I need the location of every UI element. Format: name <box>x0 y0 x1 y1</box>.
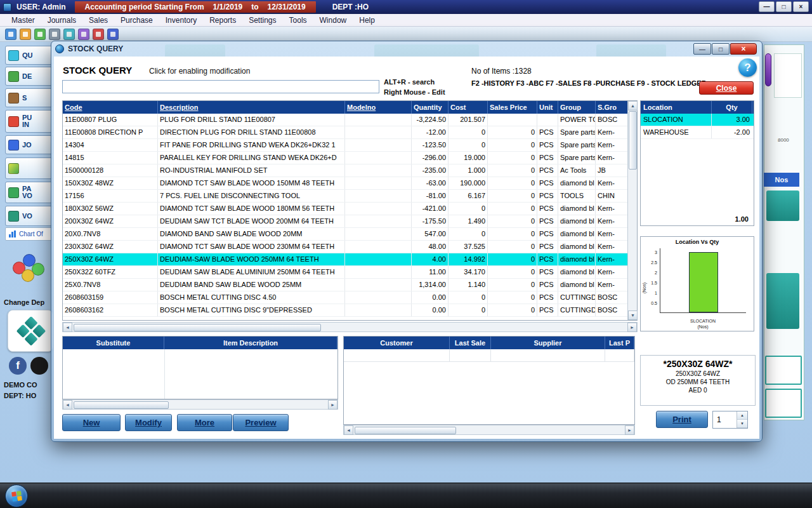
enable-modification-link[interactable]: Click for enabling modification <box>149 67 250 76</box>
background-box <box>774 53 802 98</box>
table-row[interactable]: 180X30Z 56WZ DIAMOND TCT SAW BLADE WOOD … <box>63 203 637 215</box>
sidebar-item-payment-voucher[interactable]: PA VO <box>5 182 53 203</box>
menu-item[interactable]: Window <box>313 15 353 26</box>
scroll-up-arrow[interactable]: ▲ <box>628 101 638 110</box>
table-row[interactable]: 17156 7 PCS. FUEL LINE DISCONNECTING TOO… <box>63 190 637 203</box>
scroll-thumb[interactable] <box>74 401 169 409</box>
stepper-up-arrow[interactable]: ▲ <box>737 411 747 420</box>
item-code-title: *250X30Z 64WZ* <box>641 359 755 369</box>
scroll-thumb[interactable] <box>629 111 637 170</box>
menu-item[interactable]: Master <box>5 15 41 26</box>
menu-item[interactable]: Tools <box>283 15 313 26</box>
table-row[interactable]: 250X30Z 64WZ DEUDIAM-SAW BLADE WOOD 250M… <box>63 253 637 266</box>
scroll-thumb[interactable] <box>74 324 321 331</box>
toolbar-open-icon[interactable] <box>34 29 46 40</box>
app-titlebar[interactable]: USER: Admin Accounting period Starting F… <box>0 0 812 14</box>
vertical-scrollbar[interactable]: ▲ ▼ <box>627 101 637 320</box>
scroll-thumb[interactable] <box>355 427 456 434</box>
customer-scrollbar[interactable]: ◄ ► <box>343 425 635 435</box>
preview-button[interactable]: Preview <box>233 414 289 431</box>
sidebar-item-chart-of-accounts[interactable]: Chart Of <box>5 227 53 241</box>
menu-item[interactable]: Sales <box>82 15 114 26</box>
scroll-left-arrow[interactable]: ◄ <box>63 323 72 332</box>
toolbar-new-icon[interactable] <box>20 29 31 40</box>
toolbar-calc-icon[interactable] <box>78 29 89 40</box>
app-tile-icon[interactable] <box>8 310 53 352</box>
menu-item[interactable]: Purchase <box>114 15 159 26</box>
search-input[interactable] <box>62 80 379 93</box>
toolbar-report-icon[interactable] <box>93 29 104 40</box>
sidebar-item-journal[interactable]: JO <box>5 135 53 154</box>
stock-table-header[interactable]: Code Description Modelno Quantity Cost S… <box>63 101 637 114</box>
location-chart-plot <box>660 248 746 313</box>
table-row[interactable]: 2608603159 BOSCH METAL CUTTING DISC 4.50… <box>63 291 637 304</box>
menu-item[interactable]: Reports <box>203 15 242 26</box>
table-row[interactable]: 200X30Z 64WZ DEUDIAM SAW TCT BLADE WOOD … <box>63 215 637 228</box>
app-minimize-button[interactable]: ― <box>759 1 775 12</box>
selected-item-info: *250X30Z 64WZ* 250X30Z 64WZ OD 250MM 64 … <box>640 355 756 406</box>
dialog-minimize-button[interactable]: ― <box>693 43 711 55</box>
sidebar-item-delivery[interactable]: DE <box>5 67 53 86</box>
toolbar-print-icon[interactable] <box>49 29 60 40</box>
table-row[interactable]: 11E00808 DIRECTION P DIRECTION PLUG FOR … <box>63 126 637 139</box>
close-button[interactable]: Close <box>699 81 754 95</box>
toolbar-grid-icon[interactable] <box>5 29 16 40</box>
start-button[interactable] <box>5 485 28 507</box>
copies-stepper[interactable]: 1 ▲ ▼ <box>712 411 748 429</box>
menu-item[interactable]: Inventory <box>159 15 203 26</box>
customer-empty-row[interactable] <box>344 349 634 362</box>
menu-item[interactable]: Journals <box>41 15 82 26</box>
dialog-titlebar[interactable]: STOCK QUERY ― □ × <box>51 41 762 57</box>
table-row[interactable]: 14304 FIT PANE FOR DRILLING STAND WEKA D… <box>63 139 637 152</box>
table-row[interactable]: 25X0.7NV8 DEUDIAM BAND SAW BLADE WOOD 25… <box>63 279 637 291</box>
help-icon[interactable]: ? <box>738 58 757 77</box>
menu-item[interactable]: Help <box>353 15 381 26</box>
toolbar-mail-icon[interactable] <box>63 29 75 40</box>
company-dept-label: DEPT: HO <box>4 392 36 399</box>
facebook-icon[interactable]: f <box>9 357 27 375</box>
change-department-icon[interactable] <box>10 253 48 288</box>
copies-value[interactable]: 1 <box>713 411 737 428</box>
table-row[interactable]: 1500000128 RO-INDUSTRIAL MANIFOLD SET -2… <box>63 164 637 177</box>
new-button[interactable]: New <box>62 414 121 431</box>
horizontal-scrollbar[interactable]: ◄ ► <box>62 322 638 332</box>
scroll-left-arrow[interactable]: ◄ <box>344 425 353 435</box>
toolbar-settings-icon[interactable] <box>107 29 119 40</box>
period-label: Accounting period Starting From <box>85 3 204 11</box>
sidebar-item-service[interactable]: S <box>5 88 53 107</box>
location-row[interactable]: WAREHOUSE -2.00 <box>641 126 754 139</box>
scroll-down-arrow[interactable]: ▼ <box>628 311 638 320</box>
table-row[interactable]: 14815 PARALLEL KEY FOR DRILLING STAND WE… <box>63 152 637 164</box>
print-button[interactable]: Print <box>656 411 708 428</box>
dialog-close-button[interactable]: × <box>730 43 757 55</box>
app-close-button[interactable]: × <box>793 1 809 12</box>
social-icon[interactable] <box>30 357 48 375</box>
location-row[interactable]: SLOCATION 3.00 <box>641 114 754 126</box>
table-row[interactable]: 11E00807 PLUG PLUG FOR DRILL STAND 11E00… <box>63 114 637 126</box>
dialog-maximize-button[interactable]: □ <box>712 43 730 55</box>
scroll-right-arrow[interactable]: ► <box>625 425 634 435</box>
sidebar-item-edit[interactable] <box>5 157 53 179</box>
app-maximize-button[interactable]: □ <box>776 1 792 12</box>
stock-table: Code Description Modelno Quantity Cost S… <box>62 100 638 321</box>
table-row[interactable]: 2608603162 BOSCH METAL CUTTING DISC 9"DE… <box>63 304 637 317</box>
sidebar-item-query[interactable]: QU <box>5 46 53 65</box>
modify-button[interactable]: Modify <box>125 414 172 431</box>
table-row[interactable]: 20X0.7NV8 DIAMOND BAND SAW BLADE WOOD 20… <box>63 228 637 241</box>
more-button[interactable]: More <box>177 414 232 431</box>
menu-item[interactable]: Settings <box>242 15 282 26</box>
sidebar-item-purchase-invoice[interactable]: PU IN <box>5 110 53 133</box>
items-count: No of Items :1328 <box>471 67 532 76</box>
table-row[interactable]: 250X32Z 60TFZ DEUDIAM SAW BLADE ALUMINIU… <box>63 266 637 279</box>
item-price: AED 0 <box>641 387 755 394</box>
pen-icon <box>8 140 19 150</box>
scroll-left-arrow[interactable]: ◄ <box>63 400 72 410</box>
substitute-scrollbar[interactable]: ◄ ► <box>62 399 338 410</box>
table-row[interactable]: 150X30Z 48WZ DIAMOND TCT SAW BLADE WOOD … <box>63 177 637 190</box>
scroll-right-arrow[interactable]: ► <box>627 323 637 332</box>
stepper-down-arrow[interactable]: ▼ <box>737 420 747 428</box>
sidebar-item-voucher[interactable]: VO <box>5 206 53 226</box>
table-row[interactable]: 230X30Z 64WZ DIAMOND TCT SAW BLADE WOOD … <box>63 241 637 253</box>
scroll-right-arrow[interactable]: ► <box>328 400 337 410</box>
change-dept-label[interactable]: Change Dep <box>4 298 44 306</box>
